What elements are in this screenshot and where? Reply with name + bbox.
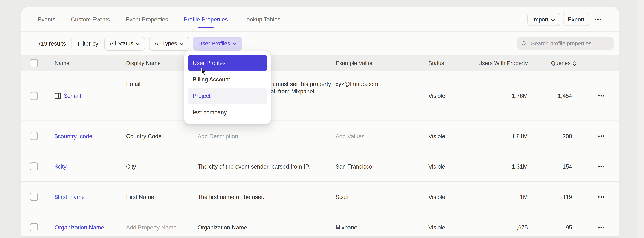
search-icon bbox=[521, 40, 527, 47]
row-checkbox[interactable] bbox=[30, 132, 38, 140]
status-cell: Visible bbox=[428, 163, 473, 170]
ellipsis-icon bbox=[598, 196, 604, 198]
status-filter-value: All Status bbox=[110, 40, 133, 46]
description-cell: The first name of the user. bbox=[198, 193, 336, 200]
export-button-label: Export bbox=[568, 16, 584, 23]
description-cell[interactable]: Add Description... bbox=[198, 132, 336, 140]
search-input[interactable] bbox=[530, 40, 610, 47]
sort-icon bbox=[572, 60, 577, 66]
property-name: $first_name bbox=[55, 193, 85, 200]
property-name: $email bbox=[64, 92, 81, 100]
status-cell: Visible bbox=[428, 132, 473, 140]
tab-lookup-tables[interactable]: Lookup Tables bbox=[243, 7, 280, 31]
filter-by-label: Filter by bbox=[78, 40, 98, 47]
table-grid-icon bbox=[55, 93, 61, 99]
display-name-cell: First Name bbox=[126, 193, 198, 200]
header-example-value[interactable]: Example Value bbox=[336, 60, 428, 67]
top-actions: Import Export bbox=[527, 13, 604, 26]
tab-custom-events[interactable]: Custom Events bbox=[71, 7, 110, 31]
row-actions-button[interactable] bbox=[591, 196, 604, 198]
ellipsis-icon bbox=[595, 18, 601, 20]
tab-event-properties[interactable]: Event Properties bbox=[126, 7, 168, 31]
property-name: $city bbox=[55, 163, 66, 170]
ellipsis-icon bbox=[598, 95, 604, 97]
property-name: $country_code bbox=[55, 132, 92, 140]
property-name-link[interactable]: $first_name bbox=[55, 193, 120, 200]
chevron-down-icon bbox=[179, 40, 184, 46]
status-cell: Visible bbox=[428, 193, 473, 200]
dropdown-item-project[interactable]: Project bbox=[188, 88, 268, 104]
display-name-cell: City bbox=[126, 163, 198, 170]
example-value-cell: xyz@lmnop.com bbox=[336, 71, 428, 88]
dropdown-item-user-profiles[interactable]: User Profiles bbox=[188, 55, 268, 71]
table-row[interactable]: Organization NameAdd Property Name...Org… bbox=[22, 212, 620, 238]
table-row[interactable]: $country_codeCountry CodeAdd Description… bbox=[22, 121, 620, 151]
dropdown-item-billing-account[interactable]: Billing Account bbox=[188, 71, 268, 88]
row-checkbox[interactable] bbox=[30, 162, 38, 170]
row-actions-button[interactable] bbox=[591, 135, 604, 137]
description-cell: The city of the event sender, parsed fro… bbox=[198, 163, 336, 170]
chevron-down-icon bbox=[232, 40, 236, 46]
table-body: $emailEmailThe user's email address. You… bbox=[22, 71, 620, 238]
row-actions-button[interactable] bbox=[591, 226, 604, 228]
status-cell: Visible bbox=[428, 92, 473, 100]
display-name-cell: Country Code bbox=[126, 132, 198, 140]
tabs: EventsCustom EventsEvent PropertiesProfi… bbox=[38, 7, 280, 31]
entity-dropdown-menu: User ProfilesBilling AccountProjecttest … bbox=[184, 51, 271, 124]
row-actions-button[interactable] bbox=[591, 166, 604, 167]
ellipsis-icon bbox=[598, 226, 604, 228]
property-name-link[interactable]: $city bbox=[55, 163, 120, 170]
more-actions-button[interactable] bbox=[592, 13, 604, 26]
users-with-property-cell: 1.31M bbox=[512, 163, 529, 170]
example-value-cell[interactable]: Add Values... bbox=[336, 132, 428, 140]
display-name-cell[interactable]: Add Property Name... bbox=[126, 223, 198, 231]
import-button-label: Import bbox=[532, 16, 548, 23]
users-with-property-cell: 1M bbox=[520, 193, 529, 200]
header-queries[interactable]: Queries bbox=[551, 60, 576, 67]
type-filter-dropdown[interactable]: All Types bbox=[149, 37, 189, 51]
filter-bar: 719 results Filter by All Status All Typ… bbox=[22, 32, 620, 55]
entity-filter-dropdown[interactable]: User Profiles bbox=[193, 37, 242, 51]
results-count[interactable]: 719 results bbox=[38, 40, 66, 47]
tab-profile-properties[interactable]: Profile Properties bbox=[184, 7, 228, 31]
example-value-cell: San Francisco bbox=[336, 163, 428, 170]
tabs-bar: EventsCustom EventsEvent PropertiesProfi… bbox=[22, 7, 620, 32]
vertical-scrollbar-track[interactable] bbox=[637, 0, 644, 238]
example-value-cell: Scott bbox=[336, 193, 428, 200]
property-name-link[interactable]: $email bbox=[55, 92, 120, 100]
header-name[interactable]: Name bbox=[55, 60, 126, 67]
status-filter-dropdown[interactable]: All Status bbox=[104, 37, 145, 51]
dropdown-item-test-company[interactable]: test company bbox=[188, 104, 268, 120]
users-with-property-cell: 1,675 bbox=[513, 223, 529, 231]
header-users-with-property[interactable]: Users With Property bbox=[478, 60, 529, 67]
example-value-cell: Mixpanel bbox=[336, 223, 428, 231]
row-checkbox[interactable] bbox=[30, 193, 38, 201]
ellipsis-icon bbox=[598, 135, 604, 137]
description-cell: Organization Name bbox=[198, 223, 336, 231]
import-button[interactable]: Import bbox=[527, 13, 560, 26]
entity-filter-value: User Profiles bbox=[198, 40, 230, 46]
row-actions-button[interactable] bbox=[591, 95, 604, 97]
vertical-divider bbox=[72, 38, 72, 49]
row-checkbox[interactable] bbox=[30, 92, 38, 100]
select-all-checkbox[interactable] bbox=[30, 59, 38, 67]
active-tab-underline bbox=[198, 27, 214, 28]
search-box[interactable] bbox=[517, 37, 614, 50]
header-queries-label: Queries bbox=[551, 60, 570, 67]
users-with-property-cell: 1.76M bbox=[512, 92, 529, 100]
queries-cell: 95 bbox=[566, 223, 576, 231]
ellipsis-icon bbox=[598, 166, 604, 167]
lexicon-card: EventsCustom EventsEvent PropertiesProfi… bbox=[22, 7, 620, 238]
export-button[interactable]: Export bbox=[563, 13, 589, 26]
property-name-link[interactable]: $country_code bbox=[55, 132, 120, 140]
table-row[interactable]: $emailEmailThe user's email address. You… bbox=[22, 71, 620, 121]
profile-properties-page: EventsCustom EventsEvent PropertiesProfi… bbox=[0, 0, 644, 238]
table-row[interactable]: $first_nameFirst NameThe first name of t… bbox=[22, 182, 620, 212]
tab-events[interactable]: Events bbox=[38, 7, 56, 31]
horizontal-scrollbar-track[interactable] bbox=[22, 236, 620, 238]
chevron-down-icon bbox=[136, 40, 140, 46]
property-name-link[interactable]: Organization Name bbox=[55, 223, 120, 231]
table-row[interactable]: $cityCityThe city of the event sender, p… bbox=[22, 151, 620, 182]
row-checkbox[interactable] bbox=[30, 223, 38, 231]
header-status[interactable]: Status bbox=[428, 60, 473, 67]
